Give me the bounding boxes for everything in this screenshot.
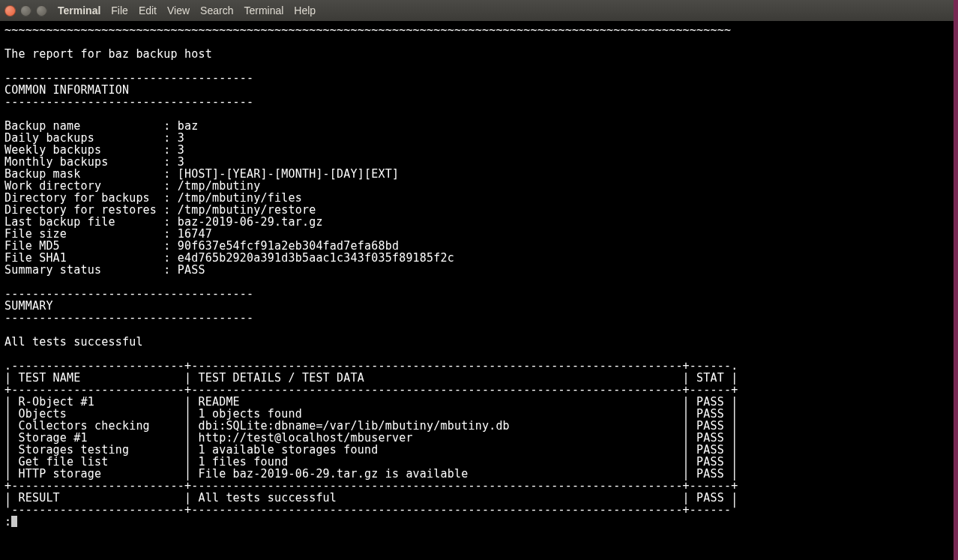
pager-prompt[interactable]: :	[4, 516, 954, 528]
close-icon[interactable]	[4, 5, 16, 16]
window-controls	[4, 5, 47, 16]
prompt-char: :	[4, 515, 11, 529]
menu-help[interactable]: Help	[294, 4, 316, 16]
menu-file[interactable]: File	[111, 4, 128, 16]
terminal-viewport[interactable]: ~~~~~~~~~~~~~~~~~~~~~~~~~~~~~~~~~~~~~~~~…	[0, 21, 958, 528]
text-cursor	[11, 516, 17, 527]
menu-terminal[interactable]: Terminal	[244, 4, 283, 16]
app-label: Terminal	[58, 4, 100, 16]
menu-view[interactable]: View	[167, 4, 190, 16]
menu-search[interactable]: Search	[200, 4, 233, 16]
terminal-output: ~~~~~~~~~~~~~~~~~~~~~~~~~~~~~~~~~~~~~~~~…	[4, 24, 954, 516]
menubar: Terminal File Edit View Search Terminal …	[58, 4, 316, 16]
maximize-icon[interactable]	[36, 5, 47, 16]
window-titlebar: Terminal File Edit View Search Terminal …	[0, 0, 958, 21]
menu-edit[interactable]: Edit	[139, 4, 157, 16]
desktop-edge	[954, 0, 958, 560]
minimize-icon[interactable]	[20, 5, 31, 16]
